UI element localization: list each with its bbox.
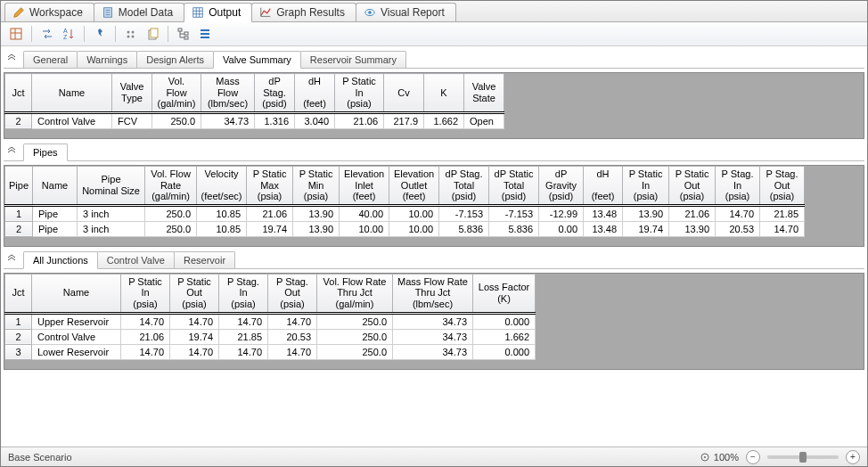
subtab-design-alerts[interactable]: Design Alerts [136,51,214,68]
toolbar-btn-transfer[interactable] [37,24,57,44]
zoom-slider-thumb[interactable] [799,452,807,463]
collapse-button[interactable] [4,48,20,68]
toolbar: AZ [1,22,867,46]
transfer-icon [40,27,54,41]
col-pstatic-out[interactable]: P Static Out (psia) [170,274,219,313]
toolbar-btn-5[interactable] [121,24,141,44]
junctions-table-container[interactable]: Jct Name P Static In (psia) P Static Out… [4,273,864,370]
col-jct[interactable]: Jct [5,74,32,113]
subtab-reservoir[interactable]: Reservoir [174,251,235,268]
col-elev-in[interactable]: Elevation Inlet (feet) [340,166,389,205]
col-dp-stag[interactable]: dP Stag. (psid) [255,74,295,113]
cell-dh: 3.040 [295,112,335,128]
subtab-all-junctions[interactable]: All Junctions [23,251,98,269]
col-dh[interactable]: dH (feet) [584,166,623,205]
table-row[interactable]: 3 Lower Reservoir 14.70 14.70 14.70 14.7… [5,344,536,359]
table-row[interactable]: 2 Pipe 3 inch 250.0 10.85 19.74 13.90 10… [5,221,805,236]
col-velocity[interactable]: Velocity (feet/sec) [197,166,247,205]
tab-output[interactable]: Output [184,3,252,22]
toolbar-btn-sort[interactable]: AZ [59,24,78,44]
table-row[interactable]: 1 Upper Reservoir 14.70 14.70 14.70 14.7… [5,313,536,329]
table-row[interactable]: 2 Control Valve 21.06 19.74 21.85 20.53 … [5,329,536,344]
tab-model-data[interactable]: Model Data [94,3,184,21]
valve-summary-table: Jct Name Valve Type Vol. Flow (gal/min) … [4,73,504,129]
cell: 1.662 [473,329,536,344]
col-vol-flow[interactable]: Vol. Flow (gal/min) [152,74,201,113]
col-vol-flow[interactable]: Vol. Flow Rate (gal/min) [145,166,197,205]
toolbar-btn-list[interactable] [195,24,215,44]
col-k[interactable]: K [424,74,464,113]
col-elev-out[interactable]: Elevation Outlet (feet) [389,166,439,205]
cell: 250.0 [145,205,197,221]
junctions-table: Jct Name P Static In (psia) P Static Out… [4,274,536,360]
subtab-pipes[interactable]: Pipes [23,143,68,161]
cell: 5.836 [489,221,539,236]
collapse-button[interactable] [4,141,20,160]
col-pstatic-max[interactable]: P Static Max (psia) [247,166,293,205]
table-row[interactable]: 2 Control Valve FCV 250.0 34.73 1.316 3.… [5,112,504,128]
zoom-controls: 100% − + [700,450,860,464]
col-name[interactable]: Name [32,74,112,113]
col-pipe[interactable]: Pipe [5,166,33,205]
col-pstag-in[interactable]: P Stag. In (psia) [716,166,760,205]
col-nominal[interactable]: Pipe Nominal Size [78,166,145,205]
cell-valve-state: Open [464,112,504,128]
pipes-table-container[interactable]: Pipe Name Pipe Nominal Size Vol. Flow Ra… [4,165,864,247]
tab-workspace[interactable]: Workspace [4,3,94,21]
zoom-out-button[interactable]: − [746,450,760,464]
target-icon [700,452,710,463]
col-vol-flow[interactable]: Vol. Flow Rate Thru Jct (gal/min) [317,274,393,313]
toolbar-btn-tree[interactable] [174,24,193,44]
chevron-up-icon [6,253,17,264]
svg-rect-26 [184,37,188,39]
cell: 21.06 [669,205,716,221]
cell: 14.70 [219,313,268,329]
col-dp-stag[interactable]: dP Stag. Total (psid) [439,166,489,205]
col-valve-state[interactable]: Valve State [464,74,504,113]
eye-icon [364,6,376,19]
subtab-warnings[interactable]: Warnings [77,51,137,68]
col-jct[interactable]: Jct [5,274,32,313]
toolbar-btn-pin[interactable] [90,24,110,44]
col-pstatic-in[interactable]: P Static In (psia) [335,74,384,113]
cell: 10.85 [197,205,247,221]
toolbar-btn-1[interactable] [6,24,26,44]
subtab-control-valve[interactable]: Control Valve [97,251,175,268]
col-pstatic-min[interactable]: P Static Min (psia) [293,166,340,205]
col-pstatic-in[interactable]: P Static In (psia) [623,166,669,205]
tab-visual-report[interactable]: Visual Report [356,3,456,21]
col-mass-flow[interactable]: Mass Flow (lbm/sec) [201,74,255,113]
zoom-in-button[interactable]: + [846,450,860,464]
col-pstatic-out[interactable]: P Static Out (psia) [669,166,716,205]
subtab-valve-summary[interactable]: Valve Summary [213,51,301,69]
cell: 10.00 [389,205,439,221]
col-cv[interactable]: Cv [384,74,424,113]
table-row[interactable]: 1 Pipe 3 inch 250.0 10.85 21.06 13.90 40… [5,205,805,221]
cell: 34.73 [393,313,473,329]
zoom-reset[interactable]: 100% [700,452,739,463]
panel-head: All Junctions Control Valve Reservoir [4,249,864,269]
col-pstag-out[interactable]: P Stag. Out (psia) [268,274,317,313]
col-valve-type[interactable]: Valve Type [112,74,152,113]
col-pstatic-in[interactable]: P Static In (psia) [121,274,170,313]
col-mass-flow[interactable]: Mass Flow Rate Thru Jct (lbm/sec) [393,274,473,313]
subtab-label: Warnings [86,54,127,65]
col-name[interactable]: Name [33,166,78,205]
col-dp-gravity[interactable]: dP Gravity (psid) [539,166,584,205]
col-name[interactable]: Name [32,274,121,313]
col-loss-factor[interactable]: Loss Factor (K) [473,274,536,313]
subtab-reservoir-summary[interactable]: Reservoir Summary [300,51,406,68]
valve-table-container[interactable]: Jct Name Valve Type Vol. Flow (gal/min) … [4,72,864,139]
cell: 3 inch [78,205,145,221]
zoom-slider[interactable] [767,455,839,459]
col-pstag-out[interactable]: P Stag. Out (psia) [760,166,805,205]
tab-graph-results[interactable]: Graph Results [251,3,356,21]
collapse-button[interactable] [4,249,20,268]
subtab-general[interactable]: General [23,51,78,68]
cell: 10.00 [389,221,439,236]
col-dp-static[interactable]: dP Static Total (psid) [489,166,539,205]
toolbar-btn-6[interactable] [143,24,162,44]
subtab-label: Valve Summary [223,54,291,65]
col-pstag-in[interactable]: P Stag. In (psia) [219,274,268,313]
col-dh[interactable]: dH (feet) [295,74,335,113]
